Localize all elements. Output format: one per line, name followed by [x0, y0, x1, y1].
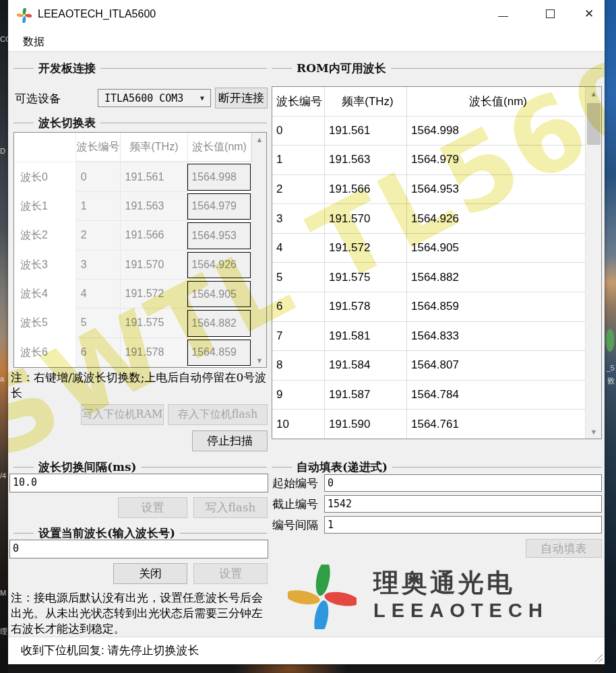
row-header: 波长3: [14, 251, 76, 280]
row-header: 波长2: [14, 221, 76, 250]
scroll-down-icon[interactable]: ▼: [586, 425, 602, 439]
cell-frequency: 191.584: [325, 351, 407, 380]
cell-index: 8: [272, 351, 325, 380]
autofill-step-input[interactable]: 1: [324, 516, 602, 534]
group-set-current: 设置当前波长(输入波长号): [13, 527, 267, 539]
autofill-button: 自动填表: [526, 539, 602, 558]
cell-frequency: 191.561: [325, 117, 407, 146]
rom-table-row[interactable]: 9191.5871564.784: [272, 381, 585, 410]
cell-frequency: 191.566: [325, 175, 407, 204]
rom-table-header-row: 波长编号频率(THz)波长值(nm): [272, 87, 585, 117]
switch-table-row: 波长00191.5611564.998: [14, 162, 251, 191]
desktop-fragment: 理: [0, 627, 7, 637]
desktop-wallpaper-left: [0, 0, 8, 673]
autofill-start-label: 起始编号: [272, 476, 318, 491]
device-select[interactable]: ITLA5600 COM3 ▼: [98, 89, 211, 107]
scroll-up-icon[interactable]: ▲: [252, 133, 267, 146]
logo-chinese-text: 理奥通光电: [373, 566, 515, 600]
save-flash-button: 存入下位机flash: [168, 404, 268, 425]
cell-wavelength: 1564.859: [187, 340, 251, 366]
client-area: 开发板连接 可选设备 ITLA5600 COM3 ▼ 断开连接 波长切换表 波长…: [8, 53, 605, 637]
cell-wavelength: 1564.882: [407, 263, 585, 292]
disconnect-button[interactable]: 断开连接: [215, 88, 268, 108]
menu-item-data[interactable]: 数据: [18, 34, 50, 51]
column-header: 波长编号: [272, 87, 325, 116]
column-header: 波长值(nm): [407, 87, 585, 116]
maximize-button[interactable]: [534, 0, 565, 27]
cell-index: 1: [76, 192, 121, 221]
scrollbar-thumb[interactable]: [587, 103, 600, 145]
resize-grip[interactable]: [594, 654, 603, 662]
rom-table-row[interactable]: 7191.5811564.833: [272, 322, 585, 352]
laser-close-button[interactable]: 关闭: [113, 563, 187, 584]
column-header: 波长编号: [76, 133, 121, 162]
cell-index: 2: [272, 175, 325, 204]
minimize-icon: [498, 16, 508, 17]
row-header: 波长5: [14, 309, 76, 338]
rom-table-row[interactable]: 3191.5701564.926: [272, 204, 585, 234]
switch-table-header-row: 波长编号频率(THz)波长值(nm): [14, 133, 251, 162]
cell-wavelength: 1564.998: [187, 164, 251, 190]
rom-table-row[interactable]: 8191.5841564.807: [272, 351, 585, 381]
cell-index: 4: [272, 234, 325, 263]
minimize-button[interactable]: [487, 0, 518, 27]
rom-table-row[interactable]: 0191.5611564.998: [272, 117, 585, 146]
autofill-start-input[interactable]: 0: [324, 474, 602, 492]
cell-index: 0: [76, 162, 121, 191]
cell-index: 4: [76, 280, 121, 309]
rom-table-row[interactable]: 1191.5631564.979: [272, 146, 585, 175]
cell-wavelength: 1564.833: [407, 322, 585, 351]
interval-write-flash-button: 写入flash: [193, 497, 268, 518]
switch-table-row: 波长66191.5781564.859: [14, 338, 251, 367]
cell-wavelength: 1564.905: [187, 281, 251, 307]
column-header: 频率(THz): [325, 87, 407, 116]
cell-wavelength: 1564.953: [407, 175, 585, 204]
cell-index: 9: [272, 381, 325, 410]
bottom-note: 注：接电源后默认没有出光，设置任意波长号后会出光。从未出光状态转到出光状态后需要…: [11, 590, 270, 637]
rom-table-row[interactable]: 10191.5901564.761: [272, 410, 585, 439]
rom-wavelength-table: 波长编号频率(THz)波长值(nm)0191.5611564.9981191.5…: [272, 86, 602, 439]
autofill-end-input[interactable]: 1542: [324, 495, 602, 513]
switch-table-row: 波长33191.5701564.926: [14, 251, 251, 280]
group-rom-wavelengths: ROM内可用波长: [272, 62, 602, 74]
scroll-down-icon[interactable]: ▼: [252, 354, 267, 367]
scroll-up-icon[interactable]: ▲: [586, 87, 602, 100]
rom-table-row[interactable]: 4191.5721564.905: [272, 234, 585, 263]
cell-wavelength: 1564.979: [407, 146, 585, 174]
switch-table-scrollbar[interactable]: ▲ ▼: [251, 133, 266, 367]
rom-table-row[interactable]: 2191.5661564.953: [272, 175, 585, 205]
cell-wavelength: 1564.905: [407, 234, 585, 263]
current-wavelength-input[interactable]: 0: [9, 540, 268, 558]
current-set-button: 设置: [193, 563, 268, 584]
cell-index: 6: [76, 338, 121, 367]
stop-scan-button[interactable]: 停止扫描: [192, 430, 268, 451]
cell-frequency: 191.578: [325, 292, 407, 321]
cell-frequency: 191.566: [121, 221, 188, 250]
rom-table-row[interactable]: 6191.5781564.859: [272, 292, 585, 322]
rom-table-row[interactable]: 5191.5751564.882: [272, 263, 585, 292]
cell-index: 5: [272, 263, 325, 292]
switch-table-row: 波长22191.5661564.953: [14, 221, 251, 250]
title-bar: LEEAOTECH_ITLA5600 ✕: [8, 0, 605, 31]
interval-input[interactable]: 10.0: [9, 474, 268, 492]
cell-index: 0: [272, 117, 325, 146]
column-header: 波长值(nm): [188, 133, 251, 162]
wavelength-switch-table: 波长编号频率(THz)波长值(nm)波长00191.5611564.998波长1…: [13, 132, 267, 368]
corner-cell: [14, 133, 76, 162]
cell-wavelength: 1564.926: [407, 204, 585, 233]
cell-index: 5: [76, 309, 121, 338]
desktop-fragment: a: [0, 375, 4, 383]
cell-wavelength: 1564.784: [407, 381, 585, 410]
rom-table-scrollbar[interactable]: ▲ ▼: [585, 87, 601, 439]
desktop-fragment: 败: [607, 376, 615, 386]
cell-wavelength: 1564.807: [407, 351, 585, 380]
desktop-fragment: /4: [0, 472, 6, 480]
cell-wavelength: 1564.882: [187, 310, 251, 336]
cell-wavelength: 1564.859: [407, 292, 585, 321]
close-button[interactable]: ✕: [574, 0, 605, 27]
cell-index: 2: [76, 221, 121, 250]
row-header: 波长0: [14, 162, 76, 191]
logo-english-text: LEEAOTECH: [373, 600, 549, 622]
cell-wavelength: 1564.979: [187, 193, 251, 220]
cell-frequency: 191.563: [325, 146, 407, 174]
